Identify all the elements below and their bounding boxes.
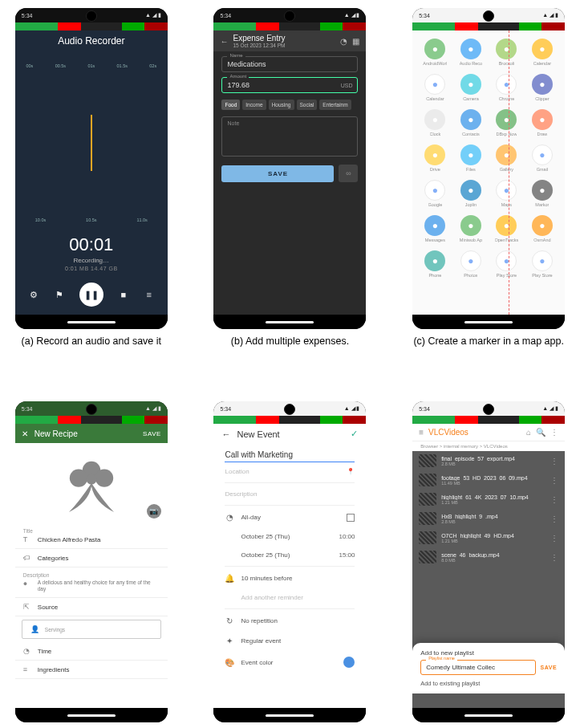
save-button[interactable]: SAVE <box>541 665 558 670</box>
more-icon[interactable]: ⋮ <box>550 514 558 523</box>
app-maps[interactable]: ●Maps <box>490 180 523 207</box>
app-gallery[interactable]: ●Gallery <box>490 144 523 172</box>
close-icon[interactable]: ✕ <box>22 429 28 438</box>
playhead-line <box>91 115 92 171</box>
phone-b: 5:34 ▲ ◢ ▮ ← Expense Entry 15 Oct 2023 1… <box>213 8 366 329</box>
name-field[interactable]: Name Medications <box>221 56 358 72</box>
clock-icon[interactable]: ◔ <box>340 37 347 46</box>
svg-point-1 <box>70 469 87 486</box>
app-dbxp-now[interactable]: ●DBxp Now <box>490 109 523 136</box>
repeat-icon[interactable]: ∞ <box>339 165 358 182</box>
calendar-icon[interactable]: ▦ <box>352 37 359 46</box>
more-icon[interactable]: ⋮ <box>550 428 558 437</box>
list-icon[interactable]: ≡ <box>144 290 155 299</box>
bar-title: New Event <box>237 429 344 439</box>
time-field[interactable]: Time <box>38 648 51 655</box>
app-messages[interactable]: ●Messages <box>419 215 452 242</box>
cat-income[interactable]: Income <box>242 100 266 110</box>
app-google[interactable]: ●Google <box>419 180 452 207</box>
breadcrumb[interactable]: Browser > internal memory > VLCVideos <box>412 441 565 451</box>
app-androidworl[interactable]: ●AndroidWorl <box>419 39 452 66</box>
back-icon[interactable]: ← <box>220 37 228 46</box>
recipe-image-placeholder[interactable]: 📷 <box>15 443 168 523</box>
color-dot[interactable] <box>343 657 355 668</box>
save-button[interactable]: SAVE <box>143 430 161 437</box>
file-item[interactable]: scene_46_backup.mp48.0 MB⋮ <box>412 547 565 567</box>
app-draw[interactable]: ●Draw <box>526 109 559 136</box>
app-chrome[interactable]: ●Chrome <box>490 74 523 101</box>
file-item[interactable]: footage_53_HD_2023_06_09.mp411.49 MB⋮ <box>412 470 565 490</box>
flag-icon[interactable]: ⚑ <box>54 290 65 300</box>
file-item[interactable]: final_episode_57_export.mp42.8 MB⋮ <box>412 451 565 470</box>
app-broccoli[interactable]: ●Broccoli <box>490 39 523 66</box>
menu-icon[interactable]: ≡ <box>419 428 424 437</box>
app-osmand[interactable]: ●OsmAnd <box>526 215 559 242</box>
app-clock[interactable]: ●Clock <box>419 109 452 136</box>
amount-field[interactable]: Amount 179.68 USD <box>221 77 358 93</box>
title-input[interactable]: Chicken Alfredo Pasta <box>38 536 101 543</box>
event-type[interactable]: Regular event <box>241 637 355 645</box>
app-drawer[interactable]: ●AndroidWorl●Audio Reco●Broccoli●Calenda… <box>412 31 565 315</box>
cat-housing[interactable]: Housing <box>269 100 294 110</box>
categories-field[interactable]: Categories <box>38 555 69 562</box>
cat-food[interactable]: Food <box>221 100 240 110</box>
description-input[interactable]: Description <box>225 490 355 498</box>
app-audio-reco[interactable]: ●Audio Reco <box>455 39 488 66</box>
app-markor[interactable]: ●Markor <box>526 180 559 207</box>
app-gmail[interactable]: ●Gmail <box>526 144 559 172</box>
allday-checkbox[interactable] <box>347 514 355 522</box>
home-icon[interactable]: ⌂ <box>526 428 531 437</box>
ingredients-field[interactable]: Ingredients <box>38 666 70 673</box>
source-field[interactable]: Source <box>38 604 58 611</box>
app-joplin[interactable]: ●Joplin <box>455 180 488 207</box>
more-icon[interactable]: ⋮ <box>550 495 558 504</box>
start-time[interactable]: 10:00 <box>339 533 355 540</box>
confirm-icon[interactable]: ✓ <box>351 429 358 439</box>
app-calendar[interactable]: ●Calendar <box>526 39 559 66</box>
app-clipper[interactable]: ●Clipper <box>526 74 559 101</box>
reminder-value[interactable]: 10 minutes before <box>241 575 355 582</box>
more-icon[interactable]: ⋮ <box>550 534 558 543</box>
back-icon[interactable]: ← <box>221 429 230 439</box>
servings-field[interactable]: Servings <box>45 627 65 632</box>
app-phone[interactable]: ●Phone <box>419 250 452 278</box>
app-play-store[interactable]: ●Play Store <box>526 250 559 278</box>
search-icon[interactable]: 🔍 <box>536 428 546 437</box>
app-calendar[interactable]: ●Calendar <box>419 74 452 101</box>
file-item[interactable]: HxB_highlight_9_.mp42.8 MB⋮ <box>412 509 565 528</box>
app-play-store[interactable]: ●Play Store <box>490 250 523 278</box>
end-time[interactable]: 15:00 <box>339 551 355 559</box>
app-photos[interactable]: ●Photos <box>455 250 488 278</box>
more-icon[interactable]: ⋮ <box>550 553 558 562</box>
status-icons: ▲ ◢ ▮ <box>145 405 161 412</box>
file-item[interactable]: O7CH_highlight_49_HD.mp41.21 MB⋮ <box>412 528 565 547</box>
pause-button[interactable]: ❚❚ <box>79 283 103 307</box>
status-bar: 5:34 ▲ ◢ ▮ <box>15 8 168 22</box>
location-pin-icon[interactable]: 📍 <box>347 468 355 475</box>
playlist-name-input[interactable]: Playlist name Comedy Ultimate Collec <box>420 660 535 675</box>
rec-stats: 0:01 MB 14.47 GB <box>65 266 118 271</box>
more-icon[interactable]: ⋮ <box>550 457 558 466</box>
app-drive[interactable]: ●Drive <box>419 144 452 172</box>
end-date[interactable]: October 25 (Thu) <box>241 551 332 559</box>
settings-icon[interactable]: ⚙ <box>28 290 39 300</box>
file-item[interactable]: highlight_61_4K_2023_07_10.mp41.21 MB⋮ <box>412 490 565 509</box>
add-reminder[interactable]: Add another reminder <box>241 594 355 601</box>
app-contacts[interactable]: ●Contacts <box>455 109 488 136</box>
repeat-value[interactable]: No repetition <box>241 617 355 624</box>
app-camera[interactable]: ●Camera <box>455 74 488 101</box>
location-input[interactable]: Location <box>225 468 340 475</box>
start-date[interactable]: October 25 (Thu) <box>241 533 332 540</box>
app-miniwob-ap[interactable]: ●Miniwob Ap <box>455 215 488 242</box>
app-opentracks[interactable]: ●OpenTracks <box>490 215 523 242</box>
more-icon[interactable]: ⋮ <box>550 476 558 485</box>
camera-icon[interactable]: 📷 <box>147 504 161 519</box>
save-button[interactable]: SAVE <box>221 165 334 182</box>
note-field[interactable]: Note <box>221 116 358 157</box>
stop-button[interactable]: ■ <box>118 290 129 299</box>
cat-ent[interactable]: Entertainm <box>319 100 351 110</box>
event-title-input[interactable]: Call with Marketing <box>225 447 355 462</box>
cat-social[interactable]: Social <box>297 100 318 110</box>
desc-value[interactable]: A delicious and healthy choice for any t… <box>38 580 160 592</box>
app-files[interactable]: ●Files <box>455 144 488 172</box>
